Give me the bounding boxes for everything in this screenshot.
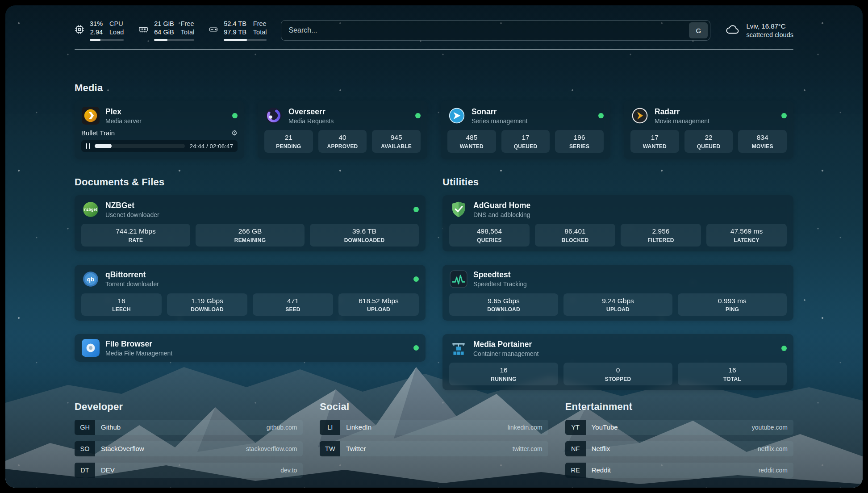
gear-icon[interactable]: ⚙ bbox=[231, 130, 238, 137]
weather-condition: scattered clouds bbox=[746, 31, 793, 38]
search-input[interactable] bbox=[288, 26, 689, 34]
bookmark-linkedin[interactable]: LI LinkedIn linkedin.com bbox=[320, 420, 548, 435]
service-card-filebrowser[interactable]: File Browser Media File Management bbox=[75, 334, 426, 362]
bookmark-name: Reddit bbox=[586, 466, 611, 474]
stat-queries: 498,564 QUERIES bbox=[449, 224, 530, 246]
card-header: qb qBittorrent Torrent downloader bbox=[81, 270, 419, 288]
stats-row: 17 WANTED 22 QUEUED 834 MOVIES bbox=[630, 130, 787, 153]
stat-series: 196 SERIES bbox=[555, 130, 604, 153]
status-dot bbox=[415, 113, 421, 118]
top-bar: 31% 2.94 CPU Load bbox=[75, 19, 793, 42]
bookmark-name: DEV bbox=[95, 466, 115, 474]
memory-widget: 21 GiB 64 GiB Free Total bbox=[138, 20, 194, 42]
speedtest-icon bbox=[449, 270, 468, 288]
bookmark-url: dev.to bbox=[280, 467, 303, 474]
stat-pending: 21 PENDING bbox=[264, 130, 313, 153]
bookmark-group-developer: Developer GH Github github.com SO StackO… bbox=[75, 401, 303, 478]
bookmark-dev[interactable]: DT DEV dev.to bbox=[75, 463, 303, 478]
stat-seed: 471 SEED bbox=[253, 293, 333, 316]
filebrowser-icon bbox=[81, 338, 100, 357]
service-card-portainer[interactable]: Media Portainer Container management 16 … bbox=[442, 334, 793, 390]
pause-icon[interactable] bbox=[86, 143, 90, 149]
service-card-overseerr[interactable]: Overseerr Media Requests 21 PENDING 40 A… bbox=[258, 101, 427, 159]
stat-running: 16 RUNNING bbox=[449, 363, 558, 385]
playback-bar: 24:44 / 02:06:47 bbox=[81, 140, 238, 152]
stats-row: 744.21 Mbps RATE 266 GB REMAINING 39.6 T… bbox=[81, 224, 419, 246]
cpu-usage-bar bbox=[90, 39, 124, 41]
status-dot bbox=[413, 345, 419, 351]
service-card-nzbget[interactable]: nzbget NZBGet Usenet downloader 74 bbox=[75, 195, 426, 251]
bookmark-abbr: GH bbox=[75, 420, 95, 435]
status-dot bbox=[413, 276, 419, 282]
cpu-usage-label: CPU bbox=[109, 20, 124, 28]
section-title-entertainment: Entertainment bbox=[565, 401, 793, 413]
bookmark-url: youtube.com bbox=[752, 424, 793, 431]
section-title-documents: Documents & Files bbox=[75, 176, 426, 188]
stat-rate: 744.21 Mbps RATE bbox=[81, 224, 190, 246]
playback-progress-track bbox=[95, 144, 185, 148]
bookmark-github[interactable]: GH Github github.com bbox=[75, 420, 303, 435]
app-desc: Media File Management bbox=[105, 350, 172, 357]
bookmark-url: github.com bbox=[267, 424, 303, 431]
bookmark-twitter[interactable]: TW Twitter twitter.com bbox=[320, 441, 548, 456]
app-name: qBittorrent bbox=[105, 270, 159, 280]
cpu-load-value: 2.94 bbox=[90, 28, 103, 37]
app-name: NZBGet bbox=[105, 201, 159, 210]
app-name: Overseerr bbox=[288, 107, 334, 117]
header-divider bbox=[75, 49, 793, 50]
status-dot bbox=[232, 113, 238, 118]
bookmarks-sections: Developer GH Github github.com SO StackO… bbox=[75, 401, 793, 488]
bookmark-url: twitter.com bbox=[513, 445, 548, 452]
disk-widget: 52.4 TB 97.9 TB Free Total bbox=[209, 20, 267, 42]
section-title-developer: Developer bbox=[75, 401, 303, 413]
bookmark-stackoverflow[interactable]: SO StackOverflow stackoverflow.com bbox=[75, 441, 303, 456]
status-dot bbox=[413, 207, 419, 212]
radarr-icon bbox=[630, 106, 649, 125]
app-desc: Usenet downloader bbox=[105, 211, 159, 218]
service-card-speedtest[interactable]: Speedtest Speedtest Tracking 9.65 Gbps D… bbox=[442, 265, 793, 321]
app-desc: Speedtest Tracking bbox=[473, 280, 527, 288]
stat-filtered: 2,956 FILTERED bbox=[621, 224, 701, 246]
search-provider-button[interactable]: G bbox=[689, 22, 708, 38]
bookmark-abbr: YT bbox=[565, 420, 586, 435]
disk-usage-bar-fill bbox=[224, 39, 247, 41]
stat-latency: 47.569 ms LATENCY bbox=[706, 224, 787, 246]
cloud-icon bbox=[725, 23, 741, 38]
service-card-radarr[interactable]: Radarr Movie management 17 WANTED 22 QUE… bbox=[624, 101, 793, 159]
stats-row: 21 PENDING 40 APPROVED 945 AVAILABLE bbox=[264, 130, 421, 153]
bookmark-url: linkedin.com bbox=[508, 424, 548, 431]
bookmark-name: YouTube bbox=[586, 423, 618, 431]
section-title-media: Media bbox=[75, 82, 793, 94]
service-card-sonarr[interactable]: Sonarr Series management 485 WANTED 17 Q… bbox=[441, 101, 610, 159]
bookmark-list: LI LinkedIn linkedin.com TW Twitter twit… bbox=[320, 420, 548, 456]
bookmark-netflix[interactable]: NF Netflix netflix.com bbox=[565, 441, 793, 456]
service-card-adguard[interactable]: AdGuard Home DNS and adblocking 498,564 … bbox=[442, 195, 793, 251]
bookmark-youtube[interactable]: YT YouTube youtube.com bbox=[565, 420, 793, 435]
card-header: Speedtest Speedtest Tracking bbox=[449, 270, 787, 288]
playback-progress-fill bbox=[95, 144, 112, 148]
memory-icon bbox=[138, 25, 149, 36]
bookmark-group-social: Social LI LinkedIn linkedin.com TW Twitt… bbox=[320, 401, 548, 478]
playback-time: 24:44 / 02:06:47 bbox=[189, 143, 233, 150]
cpu-usage-value: 31% bbox=[90, 20, 103, 28]
memory-usage-bar bbox=[154, 39, 194, 41]
section-media: Media Plex bbox=[75, 82, 793, 159]
stat-leech: 16 LEECH bbox=[81, 293, 162, 316]
disk-total-label: Total bbox=[253, 28, 267, 37]
service-card-plex[interactable]: Plex Media server Bullet Train ⚙ bbox=[75, 101, 244, 159]
card-header: Overseerr Media Requests bbox=[264, 106, 421, 125]
card-header: Plex Media server bbox=[81, 106, 238, 125]
bookmark-list: GH Github github.com SO StackOverflow st… bbox=[75, 420, 303, 478]
bookmark-reddit[interactable]: RE Reddit reddit.com bbox=[565, 463, 793, 478]
section-documents: Documents & Files nzbget bbox=[75, 176, 426, 390]
app-desc: Torrent downloader bbox=[105, 280, 159, 288]
section-title-social: Social bbox=[320, 401, 548, 413]
app-name: Speedtest bbox=[473, 270, 527, 280]
status-dot bbox=[598, 113, 604, 118]
memory-usage-bar-fill bbox=[154, 39, 167, 41]
bookmark-name: LinkedIn bbox=[340, 423, 371, 431]
card-header: File Browser Media File Management bbox=[81, 338, 419, 357]
stat-available: 945 AVAILABLE bbox=[372, 130, 421, 153]
bookmark-url: stackoverflow.com bbox=[246, 445, 303, 452]
service-card-qbittorrent[interactable]: qb qBittorrent Torrent downloader bbox=[75, 265, 426, 321]
